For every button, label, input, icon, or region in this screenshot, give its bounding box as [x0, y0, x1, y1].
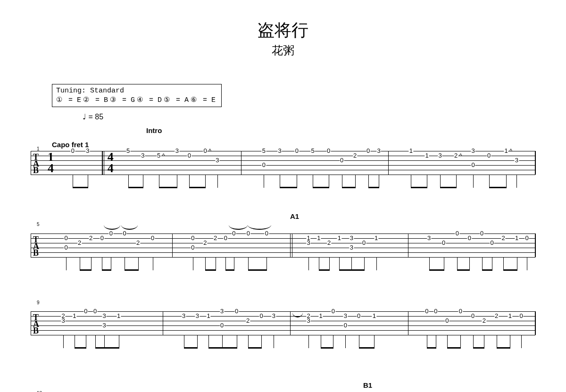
fret-number: 0	[64, 236, 68, 241]
fret-number: 3	[102, 314, 106, 318]
fret-number: 0	[187, 153, 191, 158]
tie-arc	[104, 225, 120, 230]
fret-number: 0	[480, 231, 484, 236]
fret-number: 0	[234, 309, 239, 314]
tab-staff: TAB00220002000220000131213301300000210	[31, 234, 535, 257]
time-signature-denominator: 4	[48, 161, 54, 175]
fret-number: 2	[482, 318, 486, 323]
fret-number: 2	[353, 153, 357, 158]
fret-number: 0	[224, 236, 228, 241]
fret-number: 2	[213, 236, 217, 241]
fret-number: 1	[206, 314, 210, 318]
fret-number: 3	[515, 158, 519, 163]
fret-number: 0	[93, 309, 97, 314]
fret-number: 0	[71, 149, 75, 153]
fret-number: 3	[438, 153, 442, 158]
fret-number: 0	[458, 309, 463, 314]
tie-arc	[121, 225, 138, 230]
fret-number: 0	[100, 236, 104, 241]
tuning-label: Tuning: Standard	[56, 86, 217, 96]
tuning-box: Tuning: Standard ① = E② = B③ = G④ = D⑤ =…	[52, 84, 222, 107]
fret-number: 1	[424, 153, 429, 158]
fret-number: 3	[471, 149, 475, 153]
fret-number: 3	[350, 245, 354, 250]
fret-number: 0	[150, 236, 155, 241]
fret-number: 3	[277, 149, 282, 153]
fret-number: 0	[232, 231, 236, 236]
fret-number: 0	[455, 231, 459, 236]
fret-number: 0	[191, 236, 195, 241]
fret-number: 0	[191, 245, 195, 250]
fret-number: 2	[246, 318, 250, 323]
fret-number: 0	[326, 149, 331, 153]
fret-number: 3	[175, 149, 179, 153]
fret-number: 0	[343, 323, 348, 328]
tab-staff: TAB2310033133130020323103001000002210	[31, 311, 535, 335]
fret-number: 0	[203, 149, 207, 153]
fret-number: 2	[454, 153, 458, 158]
fret-number: 2	[203, 241, 207, 245]
tab-staff: TAB140344535^300^350305002031132^3001^3	[31, 151, 535, 175]
fret-number: 0	[340, 158, 344, 163]
tuning-string: ① = E	[56, 96, 81, 104]
fret-number: 3	[61, 318, 65, 323]
fret-number: 1	[508, 314, 512, 318]
tempo-note-icon: ♩	[83, 113, 86, 121]
fret-number: 0	[246, 231, 250, 236]
tie-arc	[292, 313, 303, 317]
fret-number: 1	[319, 314, 323, 318]
technique-marker: ^	[509, 148, 512, 154]
fret-number: 0	[109, 231, 113, 236]
fret-number: 2	[327, 241, 331, 245]
tempo-bpm: 85	[95, 113, 103, 121]
bar-number: 5	[37, 222, 40, 227]
fret-number: 0	[433, 309, 438, 314]
fret-number: 0	[64, 245, 68, 250]
tab-clef: TAB	[33, 314, 39, 334]
technique-marker: ^	[208, 148, 211, 154]
artist-name: 花粥	[0, 43, 566, 58]
fret-number: 0	[471, 163, 475, 167]
fret-number: 1	[117, 314, 121, 318]
fret-number: 0	[487, 153, 491, 158]
fret-number: 0	[471, 314, 475, 318]
fret-number: 3	[272, 314, 276, 318]
fret-number: 2	[494, 314, 499, 318]
fret-number: 0	[331, 309, 335, 314]
fret-number: 0	[357, 314, 361, 318]
tuning-string: ⑤ = A	[164, 96, 189, 104]
fret-number: 1	[409, 149, 413, 153]
tab-clef: TAB	[33, 236, 39, 256]
section-a1: A1	[290, 212, 299, 220]
fret-number: 3	[427, 236, 431, 241]
fret-number: 0	[519, 314, 524, 318]
section-intro: Intro	[146, 126, 162, 134]
tuning-string: ④ = D	[137, 96, 162, 104]
fret-number: 3	[306, 318, 310, 323]
fret-number: 2	[136, 241, 140, 245]
technique-marker: ^	[459, 152, 462, 159]
fret-number: 0	[366, 149, 370, 153]
tempo: ♩ = 85	[83, 112, 103, 121]
fret-number: 0	[362, 241, 366, 245]
fret-number: 0	[259, 314, 264, 318]
fret-number: 3	[141, 153, 145, 158]
fret-number: 5	[310, 149, 315, 153]
fret-number: 0	[490, 241, 494, 245]
fret-number: 0	[262, 163, 266, 167]
fret-number: 0	[265, 231, 269, 236]
fret-number: 0	[524, 236, 529, 241]
tie-arc	[229, 225, 248, 230]
fret-number: 1	[504, 149, 508, 153]
technique-marker: ^	[162, 152, 165, 159]
fret-number: 3	[215, 158, 219, 163]
capo-label: Capo fret 1	[52, 141, 89, 149]
fret-number: 1	[515, 236, 519, 241]
tuning-string: ③ = G	[110, 96, 135, 104]
fret-number: 2	[77, 241, 82, 245]
tuning-strings: ① = E② = B③ = G④ = D⑤ = A⑥ = E	[56, 96, 217, 105]
fret-number: 3	[376, 149, 381, 153]
fret-number: 0	[220, 323, 224, 328]
fret-number: 5	[262, 149, 266, 153]
fret-number: 3	[85, 149, 90, 153]
